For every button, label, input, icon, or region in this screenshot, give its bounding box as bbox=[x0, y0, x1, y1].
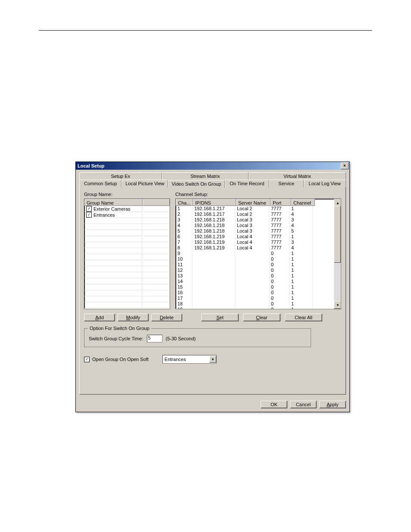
group-checkbox[interactable]: ✓ bbox=[86, 212, 92, 218]
open-group-select[interactable]: Entrances ▼ bbox=[162, 355, 217, 364]
channel-row[interactable]: 7192.168.1.219Local 477773 bbox=[176, 240, 334, 245]
tab-local-log-view[interactable]: Local Log View bbox=[304, 180, 346, 187]
scroll-thumb[interactable] bbox=[334, 206, 341, 263]
modify-button[interactable]: Modify bbox=[118, 314, 149, 321]
group-cell-blank bbox=[142, 296, 170, 302]
cell-port: 0 bbox=[269, 251, 290, 256]
channel-row[interactable]: 1301 bbox=[176, 273, 334, 279]
group-row[interactable] bbox=[84, 218, 170, 224]
channel-row[interactable]: 4192.168.1.218Local 377774 bbox=[176, 223, 334, 228]
tab-setup-ex[interactable]: Setup Ex bbox=[79, 172, 162, 180]
group-cell-name: ✓Entrances bbox=[84, 212, 142, 218]
channel-row[interactable]: 8192.168.1.219Local 477774 bbox=[176, 245, 334, 251]
group-row[interactable] bbox=[84, 290, 170, 296]
channel-row[interactable]: 901 bbox=[176, 251, 334, 256]
cell-chan: 1 bbox=[290, 251, 313, 256]
cell-chan: 1 bbox=[290, 301, 313, 307]
group-row[interactable] bbox=[84, 242, 170, 248]
channel-row[interactable]: 1001 bbox=[176, 256, 334, 262]
cell-cha: 7 bbox=[176, 240, 193, 245]
group-name-list[interactable]: Group Name ✓Exterior Cameras ✓Entrances bbox=[84, 199, 170, 309]
tab-on-time-record[interactable]: On Time Record bbox=[225, 180, 269, 187]
cell-chan: 1 bbox=[290, 279, 313, 284]
add-button[interactable]: Add bbox=[84, 314, 115, 321]
group-cell-name bbox=[84, 278, 142, 284]
channel-row[interactable]: 2192.168.1.217Local 277774 bbox=[176, 212, 334, 217]
channel-table[interactable]: Cha... IP/DNS Server Name Port Channel 1… bbox=[175, 199, 341, 309]
group-row[interactable] bbox=[84, 284, 170, 290]
cell-chan: 4 bbox=[290, 245, 313, 251]
tab-local-picture-view[interactable]: Local Picture View bbox=[121, 180, 168, 187]
group-cell-name bbox=[84, 236, 142, 242]
clear-all-button[interactable]: Clear All bbox=[285, 314, 322, 321]
group-cell-blank bbox=[142, 218, 170, 224]
cell-ip bbox=[193, 290, 235, 296]
close-icon[interactable]: × bbox=[341, 162, 349, 169]
group-row[interactable] bbox=[84, 230, 170, 236]
col-cha[interactable]: Cha... bbox=[176, 199, 193, 206]
group-cell-blank bbox=[142, 272, 170, 278]
cell-port: 7777 bbox=[269, 223, 290, 228]
group-cell-name bbox=[84, 218, 142, 224]
group-row[interactable] bbox=[84, 302, 170, 308]
group-row[interactable] bbox=[84, 224, 170, 230]
channel-row[interactable]: 1701 bbox=[176, 296, 334, 301]
col-ipdns[interactable]: IP/DNS bbox=[193, 199, 236, 206]
scrollbar[interactable]: ▲ ▼ bbox=[334, 199, 341, 309]
channel-row[interactable]: 1401 bbox=[176, 279, 334, 284]
cell-cha: 11 bbox=[176, 262, 193, 268]
col-channel[interactable]: Channel bbox=[291, 199, 315, 206]
cell-ip: 192.168.1.219 bbox=[193, 240, 235, 245]
group-header-name[interactable]: Group Name bbox=[84, 199, 143, 206]
group-row[interactable]: ✓Entrances bbox=[84, 212, 170, 218]
group-cell-name bbox=[84, 248, 142, 254]
tab-virtual-matrix[interactable]: Virtual Matrix bbox=[249, 172, 346, 180]
tab-service[interactable]: Service bbox=[269, 180, 304, 187]
channel-row[interactable]: 6192.168.1.219Local 477771 bbox=[176, 234, 334, 240]
group-row[interactable] bbox=[84, 266, 170, 272]
set-button[interactable]: Set bbox=[201, 314, 239, 321]
channel-row[interactable]: 1901 bbox=[176, 307, 334, 309]
group-checkbox[interactable]: ✓ bbox=[86, 206, 92, 212]
group-row[interactable] bbox=[84, 296, 170, 302]
cell-port: 0 bbox=[269, 256, 290, 262]
channel-row[interactable]: 5192.168.1.218Local 377775 bbox=[176, 228, 334, 234]
ok-button[interactable]: OK bbox=[261, 401, 287, 408]
open-group-checkbox[interactable]: ✓ bbox=[84, 357, 90, 362]
group-row[interactable]: ✓Exterior Cameras bbox=[84, 206, 170, 212]
group-row[interactable] bbox=[84, 272, 170, 278]
apply-button[interactable]: Apply bbox=[319, 401, 346, 408]
cell-cha: 14 bbox=[176, 279, 193, 284]
group-header-blank[interactable] bbox=[143, 199, 170, 206]
tab-common-setup[interactable]: Common Setup bbox=[79, 180, 121, 187]
channel-row[interactable]: 1201 bbox=[176, 268, 334, 273]
group-row[interactable] bbox=[84, 260, 170, 266]
cell-srv: Local 3 bbox=[235, 223, 269, 228]
col-port[interactable]: Port bbox=[271, 199, 291, 206]
cell-chan: 1 bbox=[290, 307, 313, 309]
channel-row[interactable]: 1101 bbox=[176, 262, 334, 268]
option-switch-group-box: Option For Switch On Group Switch Group … bbox=[84, 328, 311, 347]
tab-stream-matrix[interactable]: Stream Matrix bbox=[162, 172, 249, 180]
group-row[interactable] bbox=[84, 248, 170, 254]
channel-row[interactable]: 3192.168.1.218Local 377773 bbox=[176, 217, 334, 223]
cell-chan: 1 bbox=[290, 296, 313, 301]
chevron-down-icon[interactable]: ▼ bbox=[209, 356, 216, 363]
group-cell-blank bbox=[142, 248, 170, 254]
group-row[interactable] bbox=[84, 278, 170, 284]
tab-row-front: Common Setup Local Picture View Video Sw… bbox=[79, 180, 346, 187]
cancel-button[interactable]: Cancel bbox=[290, 401, 317, 408]
col-server[interactable]: Server Name bbox=[236, 199, 271, 206]
cell-ip: 192.168.1.217 bbox=[193, 212, 235, 217]
cycle-time-input[interactable]: 5 bbox=[147, 335, 162, 342]
channel-row[interactable]: 1501 bbox=[176, 284, 334, 290]
clear-button[interactable]: Clear bbox=[243, 314, 280, 321]
channel-row[interactable]: 1801 bbox=[176, 301, 334, 307]
cell-ip bbox=[193, 307, 235, 309]
channel-row[interactable]: 1601 bbox=[176, 290, 334, 296]
group-row[interactable] bbox=[84, 236, 170, 242]
tab-video-switch-on-group[interactable]: Video Switch On Group bbox=[168, 180, 224, 188]
channel-row[interactable]: 1192.168.1.217Local 277771 bbox=[176, 206, 334, 212]
group-row[interactable] bbox=[84, 254, 170, 260]
scroll-down-icon[interactable]: ▼ bbox=[334, 301, 341, 309]
